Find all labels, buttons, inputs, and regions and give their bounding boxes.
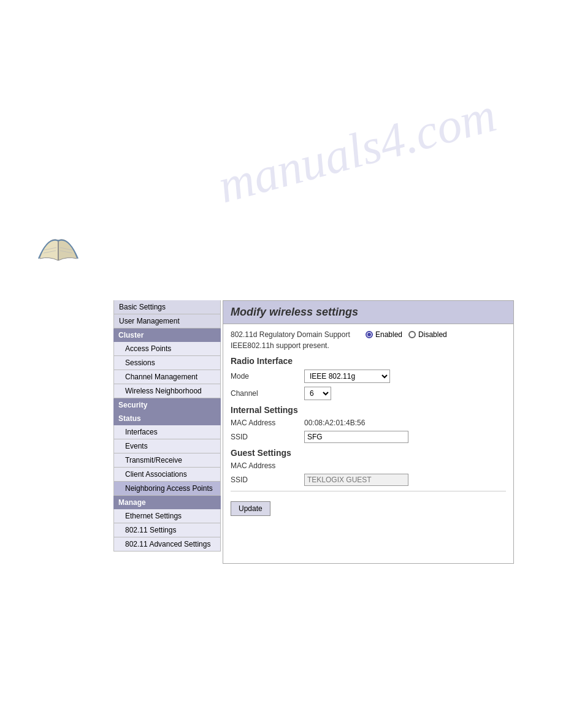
sidebar-item-access-points[interactable]: Access Points (113, 342, 221, 356)
internal-ssid-row: SSID (231, 431, 506, 443)
radio-disabled-dot (408, 331, 416, 338)
guest-ssid-row: SSID (231, 474, 506, 486)
guest-mac-row: MAC Address (231, 461, 506, 470)
page-wrapper: manuals4.com Basic Settings (0, 0, 563, 728)
sidebar-item-basic-settings[interactable]: Basic Settings (113, 300, 221, 314)
sidebar-item-events[interactable]: Events (113, 439, 221, 453)
sidebar-item-802-11-advanced-settings[interactable]: 802.11 Advanced Settings (113, 537, 221, 552)
sidebar: Basic Settings User Management Cluster A… (113, 300, 221, 552)
sidebar-item-user-management[interactable]: User Management (113, 314, 221, 328)
regulatory-row: 802.11d Regulatory Domain Support Enable… (231, 330, 506, 339)
channel-select-wrapper: 123 456 789 1011 (304, 387, 331, 400)
guest-settings-title: Guest Settings (231, 448, 506, 458)
mode-select-wrapper: IEEE 802.11a IEEE 802.11b IEEE 802.11g (304, 370, 390, 383)
sidebar-section-status: Status (113, 412, 221, 425)
book-icon-area (37, 233, 80, 265)
page-title: Modify wireless settings (231, 306, 358, 318)
mode-row: Mode IEEE 802.11a IEEE 802.11b IEEE 802.… (231, 370, 506, 383)
internal-settings-title: Internal Settings (231, 405, 506, 415)
sidebar-item-client-associations[interactable]: Client Associations (113, 468, 221, 482)
sidebar-section-cluster: Cluster (113, 328, 221, 342)
channel-select[interactable]: 123 456 789 1011 (304, 387, 331, 400)
sidebar-item-wireless-neighborhood[interactable]: Wireless Neighborhood (113, 384, 221, 398)
internal-mac-row: MAC Address 00:08:A2:01:4B:56 (231, 419, 506, 427)
sidebar-item-channel-management[interactable]: Channel Management (113, 370, 221, 384)
guest-ssid-input[interactable] (304, 474, 408, 486)
sidebar-item-interfaces[interactable]: Interfaces (113, 425, 221, 439)
radio-disabled[interactable]: Disabled (408, 330, 447, 339)
guest-mac-label: MAC Address (231, 461, 304, 470)
mode-label: Mode (231, 372, 304, 381)
internal-ssid-input[interactable] (304, 431, 408, 443)
sidebar-item-neighboring-access-points[interactable]: Neighboring Access Points (113, 482, 221, 496)
internal-ssid-label: SSID (231, 433, 304, 441)
book-icon (37, 233, 80, 264)
internal-mac-label: MAC Address (231, 419, 304, 427)
content-panel: Modify wireless settings 802.11d Regulat… (223, 300, 514, 564)
radio-interface-title: Radio Interface (231, 356, 506, 366)
sidebar-item-802-11-settings[interactable]: 802.11 Settings (113, 523, 221, 537)
divider (231, 491, 506, 491)
guest-ssid-label: SSID (231, 476, 304, 484)
internal-mac-value: 00:08:A2:01:4B:56 (304, 419, 365, 427)
radio-group: Enabled Disabled (366, 330, 447, 339)
sidebar-item-sessions[interactable]: Sessions (113, 356, 221, 370)
ieee-support-text: IEEE802.11h support present. (231, 341, 506, 350)
channel-row: Channel 123 456 789 1011 (231, 387, 506, 400)
mode-select[interactable]: IEEE 802.11a IEEE 802.11b IEEE 802.11g (304, 370, 390, 383)
regulatory-label: 802.11d Regulatory Domain Support (231, 330, 366, 339)
sidebar-section-manage: Manage (113, 496, 221, 509)
radio-enabled[interactable]: Enabled (366, 330, 402, 339)
update-button[interactable]: Update (231, 501, 270, 516)
channel-label: Channel (231, 389, 304, 398)
content-body: 802.11d Regulatory Domain Support Enable… (223, 324, 513, 522)
watermark: manuals4.com (212, 86, 502, 214)
sidebar-item-transmit-receive[interactable]: Transmit/Receive (113, 453, 221, 468)
radio-enabled-dot (366, 331, 373, 338)
sidebar-section-security: Security (113, 398, 221, 412)
content-header: Modify wireless settings (223, 301, 513, 324)
sidebar-item-ethernet-settings[interactable]: Ethernet Settings (113, 509, 221, 523)
